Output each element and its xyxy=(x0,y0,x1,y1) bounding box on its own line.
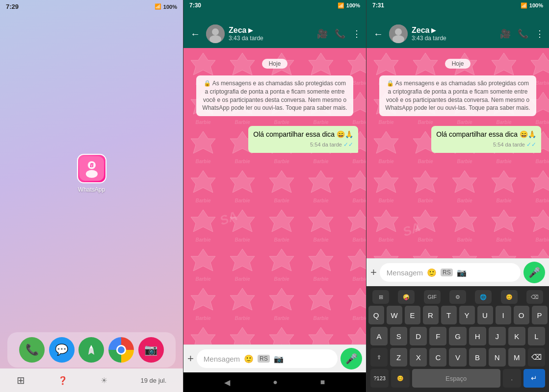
more-icon-3[interactable]: ⋮ xyxy=(535,28,544,39)
kb-lang-icon[interactable]: 🌐 xyxy=(475,290,492,304)
keyboard: ⊞ 🤪 GIF ⚙ 🌐 😊 ⌫ Q W E R T Y U I O P xyxy=(366,286,549,392)
key-h[interactable]: H xyxy=(469,327,486,345)
bottom-nav-2: ◀ ● ■ xyxy=(183,372,366,392)
key-x[interactable]: X xyxy=(410,348,427,367)
kb-sticker-icon[interactable]: 🤪 xyxy=(398,290,415,304)
key-r[interactable]: R xyxy=(423,306,439,324)
kb-grid-icon[interactable]: ⊞ xyxy=(372,290,389,304)
rs-icon-2[interactable]: RS xyxy=(258,355,270,363)
play-icon-2: ▶ xyxy=(248,27,253,34)
battery-home: 100% xyxy=(163,4,177,10)
key-p[interactable]: P xyxy=(532,306,548,324)
plus-button-3[interactable]: + xyxy=(370,266,377,279)
kb-gif-btn[interactable]: GIF xyxy=(424,290,441,304)
key-z[interactable]: Z xyxy=(390,348,407,367)
svg-point-8 xyxy=(209,35,221,43)
key-n[interactable]: N xyxy=(489,348,506,367)
nav-home-2[interactable]: ● xyxy=(273,378,278,387)
key-emoji-bottom[interactable]: 😊 xyxy=(391,369,409,388)
key-g[interactable]: G xyxy=(449,327,466,345)
kb-backspace-top[interactable]: ⌫ xyxy=(526,290,543,304)
contact-avatar-3 xyxy=(389,24,408,43)
nav-back-2[interactable]: ◀ xyxy=(224,378,230,387)
dock-chrome[interactable] xyxy=(108,337,134,363)
dock-messages[interactable]: 💬 xyxy=(49,337,75,363)
key-v[interactable]: V xyxy=(449,348,466,367)
dock-camera[interactable]: 📷 xyxy=(138,337,164,363)
emoji-icon-3[interactable]: 🙂 xyxy=(427,268,437,277)
dock-maps[interactable] xyxy=(78,337,104,363)
key-shift[interactable]: ⇧ xyxy=(370,348,388,367)
mic-button-2[interactable]: 🎤 xyxy=(340,348,362,369)
key-i[interactable]: I xyxy=(496,306,511,324)
kb-row-bottom: ?123 😊 Espaço . ↵ xyxy=(370,369,545,388)
key-l[interactable]: L xyxy=(528,327,545,345)
kb-settings-icon[interactable]: ⚙ xyxy=(449,290,466,304)
key-t[interactable]: T xyxy=(441,306,457,324)
back-button-3[interactable]: ← xyxy=(371,26,385,42)
key-q[interactable]: Q xyxy=(368,306,384,324)
apps-grid-icon[interactable]: ⊞ xyxy=(17,374,25,386)
emoji-icon-2[interactable]: 🙂 xyxy=(244,354,254,364)
key-backspace[interactable]: ⌫ xyxy=(528,348,545,367)
sent-text-3: Olá compartilhar essa dica 😄🙏 xyxy=(436,130,536,140)
camera-icon-3[interactable]: 📷 xyxy=(457,268,467,277)
signal-icon: 📶 xyxy=(155,3,161,10)
contact-info-2: Zeca ▶ 3:43 da tarde xyxy=(229,26,313,42)
key-period[interactable]: . xyxy=(503,369,521,388)
contact-status-3: 3:43 da tarde xyxy=(412,35,496,42)
key-e[interactable]: E xyxy=(405,306,420,324)
rs-icon-3[interactable]: RS xyxy=(441,269,453,276)
plus-button-2[interactable]: + xyxy=(187,352,194,365)
key-u[interactable]: U xyxy=(477,306,493,324)
home-screen: 7:29 📶 100% B WhatsApp xyxy=(0,0,183,392)
message-input-3[interactable]: Mensagem 🙂 RS 📷 xyxy=(380,263,521,282)
sent-bubble-3: Olá compartilhar essa dica 😄🙏 5:54 da ta… xyxy=(431,126,541,152)
camera-icon-2[interactable]: 📷 xyxy=(274,354,284,364)
time-screen2: 7:30 xyxy=(189,2,201,9)
dock-phone[interactable]: 📞 xyxy=(19,337,45,363)
back-button-2[interactable]: ← xyxy=(188,26,202,42)
key-b[interactable]: B xyxy=(469,348,486,367)
more-icon-2[interactable]: ⋮ xyxy=(352,28,361,39)
video-icon-2[interactable]: 🎥 xyxy=(317,28,328,39)
key-a[interactable]: A xyxy=(370,327,388,345)
key-o[interactable]: O xyxy=(514,306,529,324)
kb-emoji-top[interactable]: 😊 xyxy=(501,290,518,304)
sent-message-wrap-2: Olá compartilhar essa dica 😄🙏 5:54 da ta… xyxy=(191,126,358,152)
mic-button-3[interactable]: 🎤 xyxy=(523,262,545,283)
key-enter[interactable]: ↵ xyxy=(523,369,545,388)
key-y[interactable]: Y xyxy=(459,306,475,324)
chat-screen-no-keyboard: 7:30 📶 100% ← Zeca ▶ 3:43 da tarde 🎥 📞 ⋮ xyxy=(183,0,366,392)
sent-message-wrap-3: Olá compartilhar essa dica 😄🙏 5:54 da ta… xyxy=(374,126,541,152)
key-j[interactable]: J xyxy=(489,327,506,345)
chat-header-2: ← Zeca ▶ 3:43 da tarde 🎥 📞 ⋮ xyxy=(183,11,366,48)
key-c[interactable]: C xyxy=(429,348,446,367)
msg-time-2: 5:54 da tarde ✓✓ xyxy=(253,141,353,149)
video-icon-3[interactable]: 🎥 xyxy=(500,28,511,39)
system-message-2[interactable]: 🔒 As mensagens e as chamadas são protegi… xyxy=(196,75,353,116)
status-bar-home: 7:29 📶 100% xyxy=(0,0,183,13)
keyboard-toolbar: ⊞ 🤪 GIF ⚙ 🌐 😊 ⌫ xyxy=(368,288,547,306)
svg-marker-5 xyxy=(88,348,94,355)
whatsapp-app[interactable]: B WhatsApp xyxy=(77,154,106,193)
key-space[interactable]: Espaço xyxy=(412,369,500,388)
key-f[interactable]: F xyxy=(429,327,446,345)
key-k[interactable]: K xyxy=(508,327,525,345)
call-icon-2[interactable]: 📞 xyxy=(335,28,345,39)
key-d[interactable]: D xyxy=(410,327,427,345)
key-s[interactable]: S xyxy=(390,327,407,345)
key-m[interactable]: M xyxy=(508,348,525,367)
status-icons-home: 📶 100% xyxy=(155,3,177,10)
call-icon-3[interactable]: 📞 xyxy=(518,28,528,39)
chat-screen-keyboard: 7:31 📶 100% ← Zeca ▶ 3:43 da tarde 🎥 📞 ⋮ xyxy=(366,0,549,392)
whatsapp-label: WhatsApp xyxy=(78,186,105,193)
key-w[interactable]: W xyxy=(387,306,402,324)
system-message-3[interactable]: 🔒 As mensagens e as chamadas são protegi… xyxy=(379,75,536,116)
sent-text-2: Olá compartilhar essa dica 😄🙏 xyxy=(253,130,353,140)
key-num[interactable]: ?123 xyxy=(370,369,389,388)
whatsapp-icon[interactable]: B xyxy=(77,154,106,183)
status-bar-screen2: 7:30 📶 100% xyxy=(183,0,366,11)
nav-recents-2[interactable]: ■ xyxy=(320,378,325,387)
message-input-2[interactable]: Mensagem 🙂 RS 📷 xyxy=(197,349,338,368)
